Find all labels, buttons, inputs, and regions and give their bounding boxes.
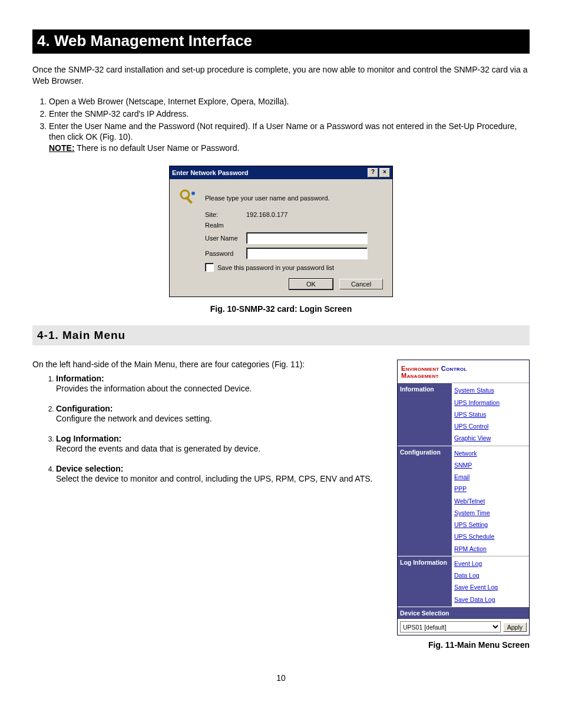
link-ups-control[interactable]: UPS Control [452, 420, 529, 432]
key-icon [179, 189, 198, 207]
link-event-log[interactable]: Event Log [452, 558, 529, 569]
link-system-time[interactable]: System Time [452, 507, 529, 519]
realm-label: Realm [205, 222, 246, 229]
step-item: Enter the SNMP-32 card's IP Address. [49, 108, 530, 120]
password-label: Password [205, 250, 246, 257]
category-term: Information: [56, 374, 104, 383]
dialog-titlebar: Enter Network Password ? × [170, 166, 392, 179]
link-save-data-log[interactable]: Save Data Log [452, 594, 529, 605]
help-icon[interactable]: ? [368, 168, 378, 177]
category-item: Log Information:Record the events and da… [56, 434, 379, 454]
username-input[interactable] [246, 232, 368, 244]
dialog-prompt: Please type your user name and password. [205, 195, 330, 202]
password-input[interactable] [246, 248, 368, 259]
link-snmp[interactable]: SNMP [452, 459, 529, 471]
category-list: Information:Provides the information abo… [56, 374, 379, 485]
device-select[interactable]: UPS01 [default] [400, 621, 501, 633]
group-head-configuration: Configuration [398, 446, 452, 556]
group-head-device-selection: Device Selection [398, 607, 529, 619]
note-text: There is no default User Name or Passwor… [75, 143, 240, 153]
title-control: Control [441, 365, 467, 372]
note-label: NOTE: [49, 143, 75, 153]
svg-point-2 [191, 192, 195, 195]
link-ups-schedule[interactable]: UPS Schedule [452, 531, 529, 542]
category-desc: Select the device to monitor and control… [56, 473, 379, 485]
intro-paragraph: Once the SNMP-32 card installation and s… [32, 64, 530, 87]
site-value: 192.168.0.177 [246, 211, 287, 218]
section-intro: On the left hand-side of the Main Menu, … [32, 360, 379, 369]
site-label: Site: [205, 211, 246, 218]
step-item: Enter the User Name and the Password (No… [49, 121, 530, 154]
cancel-button[interactable]: Cancel [339, 279, 383, 289]
category-item: Information:Provides the information abo… [56, 374, 379, 394]
category-desc: Provides the information about the conne… [56, 383, 379, 394]
category-term: Configuration: [56, 404, 113, 413]
dialog-title: Enter Network Password [172, 169, 249, 176]
username-label: User Name [205, 235, 246, 242]
title-management: Management [401, 372, 439, 379]
category-desc: Configure the network and devices settin… [56, 413, 379, 424]
link-data-log[interactable]: Data Log [452, 569, 529, 581]
chapter-heading: 4. Web Management Interface [32, 29, 530, 54]
link-web-telnet[interactable]: Web/Telnet [452, 495, 529, 507]
link-ups-status[interactable]: UPS Status [452, 409, 529, 420]
link-ppp[interactable]: PPP [452, 483, 529, 495]
group-head-log-information: Log Information [398, 556, 452, 607]
category-item: Device selection:Select the device to mo… [56, 464, 379, 485]
close-icon[interactable]: × [379, 168, 390, 177]
category-item: Configuration:Configure the network and … [56, 404, 379, 424]
link-email[interactable]: Email [452, 471, 529, 483]
login-dialog: Enter Network Password ? × Please type y… [169, 166, 393, 297]
apply-button[interactable]: Apply [503, 622, 527, 632]
category-term: Log Information: [56, 434, 121, 443]
title-environment: Environment [401, 365, 441, 372]
link-ups-setting[interactable]: UPS Setting [452, 519, 529, 531]
fig10-caption: Fig. 10-SNMP-32 card: Login Screen [32, 304, 530, 314]
link-graphic-view[interactable]: Graphic View [452, 432, 529, 444]
ok-button[interactable]: OK [289, 279, 333, 289]
link-ups-information[interactable]: UPS Information [452, 397, 529, 409]
category-term: Device selection: [56, 464, 123, 473]
menu-title: Environment Control Management [398, 360, 529, 383]
category-desc: Record the events and data that is gener… [56, 443, 379, 454]
section-heading: 4-1. Main Menu [32, 325, 530, 345]
link-save-event-log[interactable]: Save Event Log [452, 581, 529, 593]
group-head-information: Information [398, 383, 452, 445]
link-network[interactable]: Network [452, 447, 529, 459]
save-password-checkbox[interactable] [205, 263, 214, 272]
save-password-label: Save this password in your password list [217, 264, 334, 271]
step-text: Enter the User Name and the Password (No… [49, 121, 517, 142]
steps-list: Open a Web Brower (Netscape, Internet Ex… [49, 96, 530, 154]
link-system-status[interactable]: System Status [452, 384, 529, 396]
step-item: Open a Web Brower (Netscape, Internet Ex… [49, 96, 530, 107]
fig11-caption: Fig. 11-Main Menu Screen [397, 640, 530, 650]
link-rpm-action[interactable]: RPM Action [452, 543, 529, 555]
main-menu-panel: Environment Control Management Informati… [397, 360, 530, 635]
page-number: 10 [32, 673, 530, 683]
